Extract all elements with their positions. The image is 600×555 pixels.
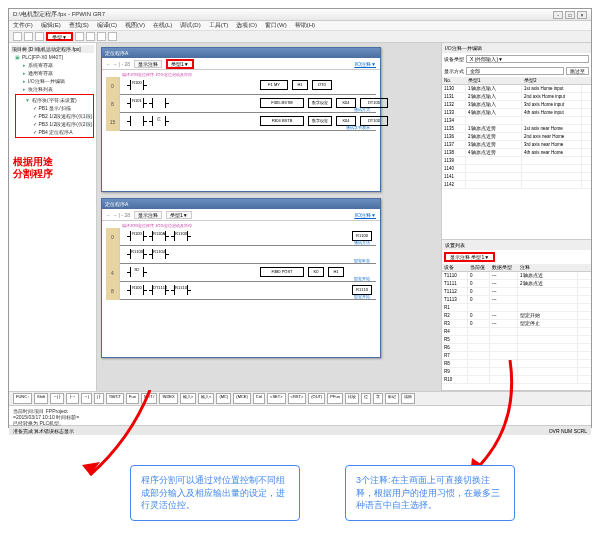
tree-item[interactable]: ▸系统寄存器 [15, 61, 94, 69]
ladder-contact[interactable]: R1100 [174, 231, 188, 241]
ladder-contact[interactable]: R110A [152, 231, 166, 241]
type-select[interactable]: 类型1▼ [166, 59, 194, 69]
menu-online[interactable]: 在线(L) [153, 21, 172, 30]
ladder-instruction[interactable]: H1 [292, 80, 308, 90]
tree-prog-group[interactable]: ▼程序块(字符:未设置) [17, 96, 92, 104]
function-key[interactable]: (MCE) [233, 393, 251, 404]
ladder-instruction[interactable]: 数字设定 [308, 116, 332, 126]
function-key[interactable]: 清除 [401, 393, 415, 404]
ladder-instruction[interactable]: F1 MY [260, 80, 288, 90]
function-key[interactable]: PFun [327, 393, 343, 404]
function-key[interactable]: 位 [361, 393, 371, 404]
io-comment-link[interactable]: I/O注释▼ [354, 61, 376, 67]
menu-search[interactable]: 查找(S) [69, 21, 89, 30]
maximize-button[interactable]: □ [565, 11, 575, 19]
table-row[interactable]: R30---型定停止 [442, 320, 591, 328]
ladder-instruction[interactable]: F305 BSTM [260, 98, 304, 108]
tree-item[interactable]: ▸I/O注释一并编辑 [15, 77, 94, 85]
table-row[interactable]: 11362轴原点近旁2nd axis near Home [442, 133, 591, 141]
jump-button[interactable]: 跳过至 [566, 67, 589, 75]
close-button[interactable]: × [577, 11, 587, 19]
function-key[interactable]: FUNC↑ [13, 393, 32, 404]
tree-prog[interactable]: ✓ PB1 显示/扫描 [17, 104, 92, 112]
ladder-instruction[interactable]: 数字设定 [308, 98, 332, 108]
doc-title[interactable]: 定位程序A [102, 48, 380, 58]
table-row[interactable]: 1134 [442, 117, 591, 125]
display-mode-select[interactable]: 全部 [466, 67, 564, 75]
menu-file[interactable]: 文件(F) [13, 21, 33, 30]
tree-item[interactable]: ▸通用寄存器 [15, 69, 94, 77]
ladder-contact[interactable]: R1100 [130, 249, 144, 259]
ladder-contact[interactable]: R1104 [152, 249, 166, 259]
table-row[interactable]: T11110---2轴原点近 [442, 280, 591, 288]
ladder-contact[interactable]: 正 [152, 116, 166, 126]
table-row[interactable]: 11323轴原点输入3rd axis Home input [442, 101, 591, 109]
type-dropdown[interactable]: 类型▼ [46, 32, 73, 41]
table-row[interactable]: 1139 [442, 157, 591, 165]
ladder-contact[interactable]: DT1114 [152, 285, 166, 295]
table-row[interactable]: 11351轴原点近旁1st axis near Home [442, 125, 591, 133]
menu-compile[interactable]: 编译(C) [97, 21, 117, 30]
ladder-rung[interactable]: 0R100F1 MYH1DT0 [106, 77, 376, 95]
table-row[interactable]: R20---型定开始 [442, 312, 591, 320]
ladder-contact[interactable]: R100 [130, 285, 144, 295]
function-key[interactable]: ←|├ [50, 393, 64, 404]
tree-prog[interactable]: ✓ PB3 1/2段速程序(仅2段) [17, 120, 92, 128]
ladder-instruction[interactable]: F380 POST [260, 267, 304, 277]
function-key[interactable]: Shift [34, 393, 48, 404]
function-key[interactable]: TM/CT [106, 393, 124, 404]
tree-prog[interactable]: ✓ PB4 定位程序A [17, 128, 92, 136]
tb-icon[interactable] [97, 32, 106, 41]
table-row[interactable]: 11373轴原点近旁3rd axis near Home [442, 141, 591, 149]
table-row[interactable]: 11301轴原点输入1st axis Home input [442, 85, 591, 93]
table-row[interactable]: 11312轴原点输入2nd axis Home input [442, 93, 591, 101]
function-key[interactable]: (OUT) [308, 393, 325, 404]
function-key[interactable]: 比较 [345, 393, 359, 404]
table-row[interactable]: T11120--- [442, 288, 591, 296]
table-row[interactable]: R6 [442, 344, 591, 352]
ladder-rung[interactable]: 8R100DT1114R1110R1110型定开始 [106, 282, 376, 300]
table-row[interactable]: R7 [442, 352, 591, 360]
function-key[interactable]: <RST> [288, 393, 307, 404]
device-type-select[interactable]: X (外部输入)▼ [466, 55, 589, 63]
minimize-button[interactable]: - [553, 11, 563, 19]
menu-tools[interactable]: 工具(T) [209, 21, 229, 30]
menu-help[interactable]: 帮助(H) [295, 21, 315, 30]
ladder-contact[interactable] [152, 98, 166, 108]
table-row[interactable]: 1140 [442, 165, 591, 173]
doc-title[interactable]: 定位程序A [102, 199, 380, 209]
table-row[interactable]: T11130--- [442, 296, 591, 304]
ladder-contact[interactable] [130, 116, 144, 126]
ladder-contact[interactable]: R101 [130, 98, 144, 108]
ladder-instruction[interactable]: K0 [308, 267, 324, 277]
menu-view[interactable]: 视图(V) [125, 21, 145, 30]
ladder-instruction[interactable]: H1 [328, 267, 344, 277]
table-row[interactable]: R4 [442, 328, 591, 336]
table-row[interactable]: T11100---1轴原点近 [442, 272, 591, 280]
tb-icon[interactable] [75, 32, 84, 41]
ladder-contact[interactable]: R100 [130, 231, 144, 241]
function-key[interactable]: NOT / [141, 393, 158, 404]
ladder-rung[interactable]: 4R2F380 POSTK0H1型定开始 [106, 264, 376, 282]
ladder-contact[interactable]: R1110 [174, 285, 188, 295]
function-key[interactable]: Ctrl [253, 393, 265, 404]
table-row[interactable]: 1141 [442, 173, 591, 181]
ladder-instruction[interactable]: DT0 [312, 80, 332, 90]
disp-comment-btn[interactable]: 显示注释 [134, 60, 162, 68]
menu-edit[interactable]: 编辑(E) [41, 21, 61, 30]
ladder-rung[interactable]: 8R101 F305 BSTM数字设定K04DT100通讯方式 [106, 95, 376, 113]
tree-item[interactable]: ▸块注释列表 [15, 85, 94, 93]
table-row[interactable]: R8 [442, 360, 591, 368]
tb-icon[interactable] [108, 32, 117, 41]
function-key[interactable]: 标记 [385, 393, 399, 404]
comment-type-select[interactable]: 显示注释 类型1▼ [444, 252, 495, 262]
menu-options[interactable]: 选项(O) [236, 21, 257, 30]
table-row[interactable]: 1142 [442, 181, 591, 189]
ladder-rung[interactable]: 15 正F304 BSTB数字设定K04DT100通讯字节表示 [106, 113, 376, 131]
tb-new-icon[interactable] [13, 32, 22, 41]
function-key[interactable]: <SET> [267, 393, 285, 404]
function-key[interactable]: 输入< [198, 393, 214, 404]
function-key[interactable]: (MC) [216, 393, 231, 404]
ladder-contact[interactable]: R100 [130, 80, 144, 90]
function-key[interactable]: |├ [94, 393, 104, 404]
